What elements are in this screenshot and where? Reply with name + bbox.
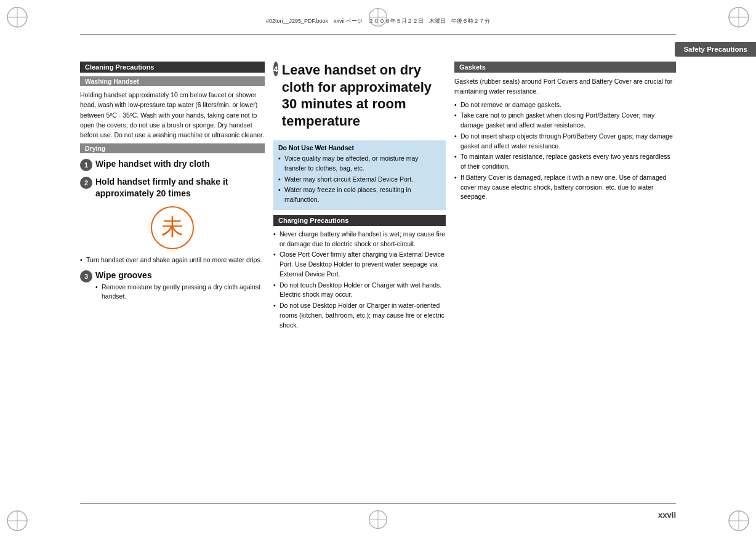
step-1-number: 1 (80, 159, 92, 171)
step-1-title: Wipe handset with dry cloth (95, 158, 265, 169)
washing-handset-header: Washing Handset (80, 76, 265, 86)
gaskets-bullet-4: To maintain water resistance, replace ga… (454, 152, 676, 172)
warning-box-title: Do Not Use Wet Handset (278, 144, 441, 151)
charging-bullet-4: Do not use Desktop Holder or Charger in … (273, 301, 446, 330)
gaskets-header: Gaskets (454, 62, 676, 73)
gaskets-bullets: Do not remove or damage gaskets. Take ca… (454, 100, 676, 203)
reg-mark-bottom-center (367, 508, 389, 532)
step-3-title: Wipe grooves (95, 270, 265, 281)
step-4-container: 4 Leave handset on dry cloth for approxi… (273, 62, 446, 134)
right-column: Gaskets Gaskets (rubber seals) around Po… (454, 62, 676, 489)
step-3-bullet-1: Remove moisture by gently pressing a dry… (95, 283, 265, 302)
step-2-bullet-1: Turn handset over and shake again until … (80, 255, 265, 265)
step-3: 3 Wipe grooves Remove moisture by gently… (80, 270, 265, 303)
cleaning-precautions-header: Cleaning Precautions (80, 62, 265, 73)
left-column: Cleaning Precautions Washing Handset Hol… (80, 62, 265, 489)
step-4-title: Leave handset on dry cloth for approxima… (282, 62, 446, 129)
reg-mark-bl (5, 508, 30, 533)
reg-mark-br (726, 508, 751, 533)
bottom-line (80, 504, 676, 504)
warning-bullet-2: Water may short-circuit External Device … (278, 175, 441, 185)
step-2-title: Hold handset firmly and shake it approxi… (95, 176, 265, 198)
charging-bullet-3: Do not touch Desktop Holder or Charger w… (273, 281, 446, 300)
charging-precautions-header: Charging Precautions (273, 215, 446, 226)
charging-bullets: Never charge battery while handset is we… (273, 230, 446, 331)
safety-precautions-tab: Safety Precautions (675, 42, 756, 57)
step-3-number: 3 (80, 270, 92, 283)
step-2: 2 Hold handset firmly and shake it appro… (80, 176, 265, 199)
reg-mark-tr (726, 5, 751, 30)
gaskets-bullet-3: Do not insert sharp objects through Port… (454, 132, 676, 151)
charging-bullet-2: Close Port Cover firmly after charging v… (273, 250, 446, 279)
main-content: Cleaning Precautions Washing Handset Hol… (80, 62, 676, 489)
kanji-icon: 未 (151, 206, 194, 249)
warning-bullet-3: Water may freeze in cold places, resulti… (278, 185, 441, 205)
gaskets-bullet-5: If Battery Cover is damaged, replace it … (454, 173, 676, 202)
page-number: xxvii (658, 510, 676, 520)
drying-header: Drying (80, 143, 265, 153)
page: #02tori__J295_PDF.book xxvii ページ ２００８年５月… (0, 0, 756, 538)
gaskets-intro: Gaskets (rubber seals) around Port Cover… (454, 76, 676, 97)
step-2-bullets: Turn handset over and shake again until … (80, 255, 265, 265)
gaskets-bullet-2: Take care not to pinch gasket when closi… (454, 111, 676, 130)
warning-box: Do Not Use Wet Handset Voice quality may… (273, 140, 446, 210)
warning-bullets: Voice quality may be affected, or moistu… (278, 154, 441, 205)
reg-mark-top-center (367, 6, 389, 30)
step-4-number: 4 (273, 62, 278, 76)
step-2-number: 2 (80, 177, 92, 189)
middle-column: 4 Leave handset on dry cloth for approxi… (273, 62, 446, 489)
charging-bullet-1: Never charge battery while handset is we… (273, 230, 446, 249)
step-1: 1 Wipe handset with dry cloth (80, 158, 265, 171)
warning-bullet-1: Voice quality may be affected, or moistu… (278, 154, 441, 174)
step-3-bullets: Remove moisture by gently pressing a dry… (95, 283, 265, 302)
icon-area: 未 (80, 206, 265, 249)
reg-mark-tl (5, 5, 30, 30)
washing-body-text: Holding handset approximately 10 cm belo… (80, 90, 265, 140)
header-line (80, 34, 676, 34)
gaskets-bullet-1: Do not remove or damage gaskets. (454, 100, 676, 110)
